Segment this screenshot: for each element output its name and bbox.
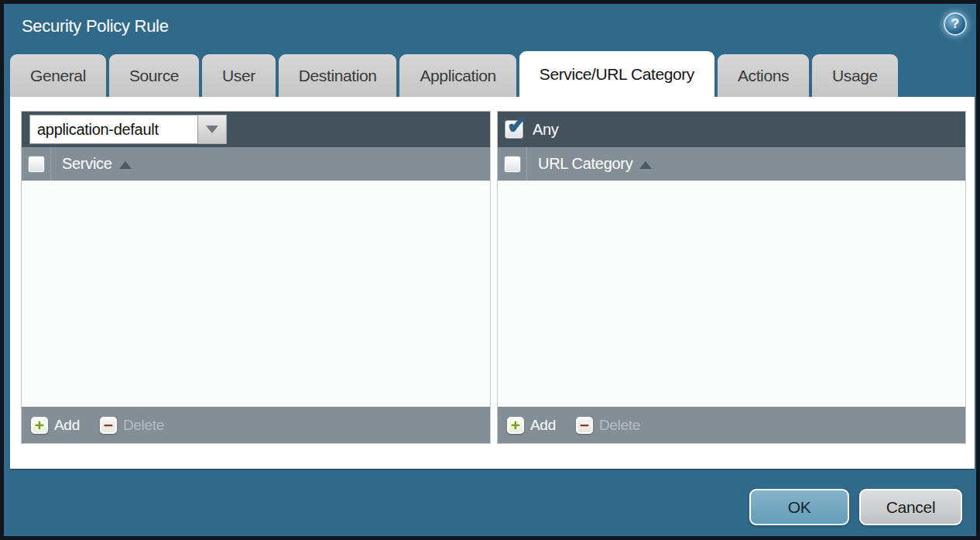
cancel-button[interactable]: Cancel xyxy=(859,489,962,525)
security-policy-rule-dialog: Security Policy Rule ? General Source Us… xyxy=(0,0,980,540)
url-category-column-header-row: URL Category xyxy=(498,147,965,181)
service-type-dropdown[interactable]: application-default xyxy=(29,115,227,144)
title-bar: Security Policy Rule ? xyxy=(4,4,976,51)
service-list[interactable] xyxy=(22,181,490,407)
tab-label: Source xyxy=(129,67,179,85)
url-category-panel: ✔ Any URL Category + Add xyxy=(497,111,966,444)
delete-button-label: Delete xyxy=(599,417,640,434)
service-column-header-row: Service xyxy=(22,147,490,181)
tab-usage[interactable]: Usage xyxy=(812,54,898,97)
service-delete-button[interactable]: − Delete xyxy=(100,417,164,434)
delete-button-label: Delete xyxy=(123,417,164,434)
service-panel: application-default Service + xyxy=(21,111,491,444)
service-add-button[interactable]: + Add xyxy=(31,417,80,434)
tab-destination[interactable]: Destination xyxy=(279,54,397,97)
ok-button[interactable]: OK xyxy=(749,489,849,525)
url-category-any-checkbox[interactable]: ✔ xyxy=(505,121,523,138)
tab-label: Actions xyxy=(738,67,789,85)
checkmark-icon: ✔ xyxy=(507,112,526,139)
tab-label: General xyxy=(30,67,86,85)
minus-icon: − xyxy=(576,417,593,434)
service-column-label: Service xyxy=(62,155,112,173)
add-button-label: Add xyxy=(54,417,80,434)
service-type-dropdown-button[interactable] xyxy=(198,115,227,144)
plus-icon: + xyxy=(31,417,48,434)
tab-label: Service/URL Category xyxy=(540,65,694,84)
url-category-column-header[interactable]: URL Category xyxy=(527,147,652,181)
plus-icon: + xyxy=(507,417,524,434)
url-category-panel-footer: + Add − Delete xyxy=(498,407,965,443)
tab-content-service-url-category: application-default Service + xyxy=(10,97,975,469)
tab-user[interactable]: User xyxy=(202,54,276,97)
tab-label: Application xyxy=(420,67,495,85)
tab-actions[interactable]: Actions xyxy=(718,54,809,97)
tab-source[interactable]: Source xyxy=(109,54,199,97)
help-glyph: ? xyxy=(951,16,959,32)
service-panel-topbar: application-default xyxy=(22,112,490,147)
add-button-label: Add xyxy=(530,417,556,434)
tab-service-url-category[interactable]: Service/URL Category xyxy=(519,51,714,97)
tab-application[interactable]: Application xyxy=(399,54,516,97)
tab-label: Destination xyxy=(299,67,377,85)
tab-strip: General Source User Destination Applicat… xyxy=(10,51,898,97)
chevron-down-icon xyxy=(206,126,218,133)
url-category-add-button[interactable]: + Add xyxy=(507,417,556,434)
service-select-all-cell xyxy=(22,147,51,181)
triangle-up-icon xyxy=(639,161,652,169)
service-column-header[interactable]: Service xyxy=(51,147,132,181)
url-category-delete-button[interactable]: − Delete xyxy=(576,417,640,434)
service-panel-footer: + Add − Delete xyxy=(22,407,490,443)
tab-general[interactable]: General xyxy=(10,54,106,97)
page-title: Security Policy Rule xyxy=(22,16,169,36)
minus-icon: − xyxy=(100,417,117,434)
url-category-panel-topbar: ✔ Any xyxy=(498,112,965,147)
tab-label: User xyxy=(222,67,255,85)
service-select-all-checkbox[interactable] xyxy=(29,156,44,172)
help-icon[interactable]: ? xyxy=(944,12,967,36)
tab-label: Usage xyxy=(832,67,878,85)
url-category-column-label: URL Category xyxy=(538,155,632,173)
triangle-up-icon xyxy=(119,161,132,169)
url-category-select-all-checkbox[interactable] xyxy=(505,156,520,172)
url-category-select-all-cell xyxy=(498,147,527,181)
url-category-list[interactable] xyxy=(498,181,965,407)
service-type-dropdown-value[interactable]: application-default xyxy=(29,115,198,144)
any-checkbox-label: Any xyxy=(533,121,559,139)
